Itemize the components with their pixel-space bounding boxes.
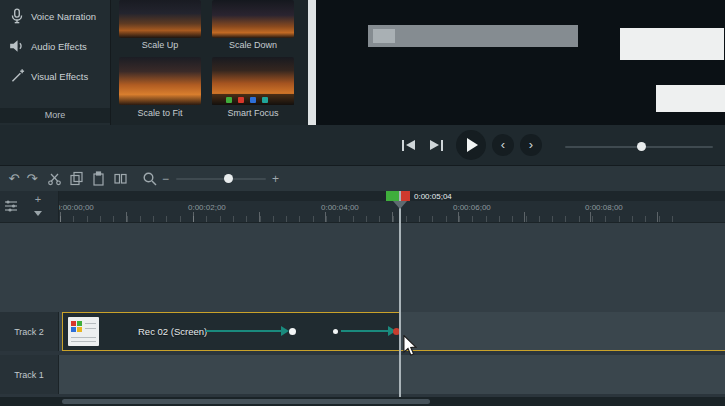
track-name: Track 1 [14, 370, 44, 380]
effect-label: Scale Up [119, 40, 201, 50]
dock-app-icon [262, 97, 268, 103]
preview-content-block-2 [656, 85, 725, 112]
track-1-header[interactable]: Track 1 [0, 355, 59, 394]
split-button[interactable] [112, 171, 128, 187]
clip-label: Rec 02 (Screen) [138, 313, 207, 350]
camtasia-editor: Scale Up Scale Down Scale to Fit Smart F… [0, 0, 725, 406]
chevron-left-icon: ‹ [501, 138, 505, 153]
next-clip-button[interactable]: › [520, 134, 542, 156]
tools-sidebar: Voice Narration Audio Effects Visual Eff… [0, 0, 110, 125]
timeline: 0:00:00;00 0:00:02;00 0:00:04;00 0:00:06… [0, 191, 725, 397]
thumb-detail [71, 341, 96, 342]
ruler-top-band [0, 191, 725, 201]
thumb-detail [85, 323, 96, 324]
arrowhead-icon [281, 326, 289, 336]
scissors-icon [47, 171, 62, 186]
track-options-icon[interactable] [4, 199, 18, 217]
dock-app-icon [226, 97, 232, 103]
thumb-detail [77, 327, 82, 332]
animation-start-dot-2[interactable] [333, 329, 338, 334]
speaker-icon [9, 38, 25, 54]
playhead-line[interactable] [399, 191, 401, 397]
selection-in-handle[interactable] [386, 191, 399, 201]
sidebar-item-visual-effects[interactable]: Visual Effects [0, 62, 110, 90]
microphone-icon [9, 8, 25, 24]
thumb-detail [71, 321, 76, 326]
clip-thumbnail [68, 317, 99, 346]
paste-button[interactable] [90, 171, 106, 187]
redo-button[interactable]: ↷ [24, 171, 40, 187]
undo-button[interactable]: ↶ [6, 171, 22, 187]
timeline-zoom-slider[interactable] [176, 178, 266, 180]
ruler-time-label: 0:00:06;00 [453, 203, 491, 212]
ruler-time-label: 0:00:04;00 [321, 203, 359, 212]
effect-thumb-smart-focus[interactable] [212, 57, 294, 105]
sidebar-item-label: Audio Effects [31, 41, 87, 52]
pointer-icon [403, 335, 417, 356]
track-name: Track 2 [14, 327, 44, 337]
animation-end-dot-1[interactable] [289, 328, 296, 335]
magnifier-icon [142, 171, 158, 187]
magic-wand-icon [9, 68, 25, 84]
selection-underline [62, 350, 725, 351]
play-button[interactable] [456, 130, 486, 160]
zoom-in-button[interactable]: + [272, 171, 279, 187]
more-button[interactable]: More [0, 108, 110, 123]
clip-rec-02-screen[interactable]: Rec 02 (Screen) [62, 312, 400, 351]
scrollbar-thumb[interactable] [62, 399, 430, 404]
effect-label: Smart Focus [212, 108, 294, 118]
triangle-right-icon [430, 140, 439, 150]
sidebar-item-label: Voice Narration [31, 11, 96, 22]
add-track-button[interactable]: + [31, 193, 45, 205]
preview-scrub-handle[interactable] [637, 142, 646, 151]
edit-toolbar: ↶ ↷ − + [0, 165, 725, 192]
next-frame-button[interactable] [430, 137, 443, 153]
thumb-detail [85, 328, 96, 329]
preview-content-bar-box [373, 29, 395, 43]
timeline-zoom-handle[interactable] [224, 174, 233, 183]
previous-frame-button[interactable] [402, 137, 415, 153]
animation-arrow-1[interactable] [206, 330, 281, 332]
zoom-out-button[interactable]: − [162, 171, 169, 187]
copy-icon [69, 171, 84, 186]
timeline-horizontal-scrollbar[interactable] [0, 397, 725, 406]
playback-controls: ‹ › [0, 125, 725, 165]
ruler-time-label: 0:00:00;00 [56, 203, 94, 212]
step-bar [441, 140, 443, 151]
chevron-right-icon: › [529, 138, 533, 153]
sidebar-item-audio-effects[interactable]: Audio Effects [0, 32, 110, 60]
timeline-ruler[interactable]: 0:00:00;00 0:00:02;00 0:00:04;00 0:00:06… [0, 191, 725, 223]
preview-canvas [316, 0, 725, 125]
preview-content-block-1 [620, 28, 724, 60]
effect-label: Scale to Fit [119, 108, 201, 118]
thumb-detail [71, 327, 76, 332]
effect-thumb-scale-down[interactable] [212, 0, 294, 38]
animation-arrow-2[interactable] [341, 330, 388, 332]
chevron-down-icon[interactable] [34, 211, 42, 216]
triangle-left-icon [406, 140, 415, 150]
play-icon [467, 138, 478, 152]
dock-app-icon [250, 97, 256, 103]
sidebar-item-voice-narration[interactable]: Voice Narration [0, 2, 110, 30]
preview-content-bar [368, 25, 578, 47]
selection-out-handle[interactable] [401, 191, 410, 201]
cut-button[interactable] [46, 171, 62, 187]
playhead-handle[interactable] [393, 201, 407, 209]
mouse-cursor [403, 335, 417, 360]
track-2-header[interactable]: Track 2 [0, 312, 59, 351]
previous-clip-button[interactable]: ‹ [492, 134, 514, 156]
effect-thumb-scale-up[interactable] [119, 0, 201, 38]
effects-scrollbar[interactable] [308, 0, 316, 125]
split-icon [113, 171, 128, 186]
playhead-time: 0:00:05;04 [414, 192, 452, 201]
copy-button[interactable] [68, 171, 84, 187]
timeline-gutter: + [0, 191, 59, 222]
effect-thumb-scale-to-fit[interactable] [119, 57, 201, 105]
track-1-lane[interactable] [58, 355, 725, 394]
clipboard-icon [91, 171, 106, 186]
effects-gallery: Scale Up Scale Down Scale to Fit Smart F… [110, 0, 309, 125]
dock-app-icon [238, 97, 244, 103]
zoom-tool-button[interactable] [142, 171, 158, 187]
ruler-time-label: 0:00:08;00 [585, 203, 623, 212]
effect-label: Scale Down [212, 40, 294, 50]
